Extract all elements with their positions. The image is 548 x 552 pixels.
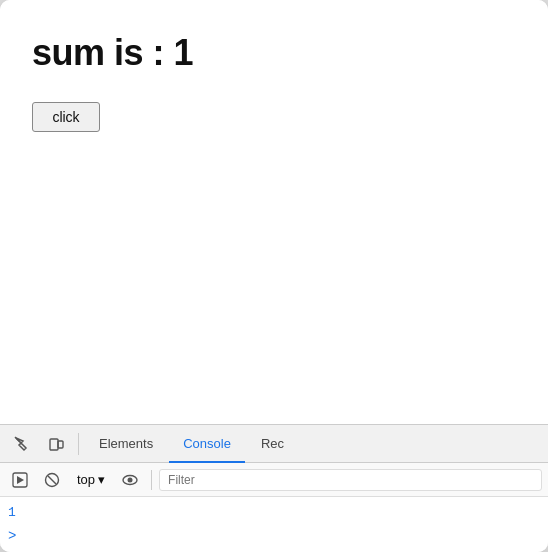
filter-input[interactable] <box>159 469 542 491</box>
tab-divider <box>78 433 79 455</box>
svg-rect-1 <box>58 441 63 448</box>
console-value: 1 <box>0 501 548 524</box>
clear-icon <box>44 472 60 488</box>
svg-rect-0 <box>50 439 58 450</box>
devtools-panel: Elements Console Rec top ▾ <box>0 424 548 552</box>
console-output: 1 > <box>0 497 548 552</box>
tab-elements[interactable]: Elements <box>85 425 167 463</box>
device-toolbar-btn[interactable] <box>40 430 72 458</box>
tab-console[interactable]: Console <box>169 425 245 463</box>
context-label: top <box>77 472 95 487</box>
tab-recorder[interactable]: Rec <box>247 425 298 463</box>
inspector-icon <box>14 436 30 452</box>
clear-console-btn[interactable] <box>38 467 66 493</box>
eye-icon <box>122 472 138 488</box>
browser-window: sum is : 1 click Elements Console Rec <box>0 0 548 552</box>
page-content: sum is : 1 click <box>0 0 548 424</box>
execute-script-btn[interactable] <box>6 467 34 493</box>
inspector-icon-btn[interactable] <box>6 430 38 458</box>
devtools-toolbar: top ▾ <box>0 463 548 497</box>
toolbar-separator <box>151 470 152 490</box>
chevron-icon: ▾ <box>98 472 105 487</box>
svg-marker-3 <box>17 476 24 484</box>
console-prompt[interactable]: > <box>0 524 548 548</box>
svg-line-5 <box>48 476 56 484</box>
eye-btn[interactable] <box>116 467 144 493</box>
device-icon <box>48 436 64 452</box>
play-icon <box>12 472 28 488</box>
svg-point-7 <box>128 477 133 482</box>
context-selector[interactable]: top ▾ <box>70 468 112 492</box>
devtools-tab-bar: Elements Console Rec <box>0 425 548 463</box>
click-button[interactable]: click <box>32 102 100 132</box>
sum-display: sum is : 1 <box>32 32 516 74</box>
